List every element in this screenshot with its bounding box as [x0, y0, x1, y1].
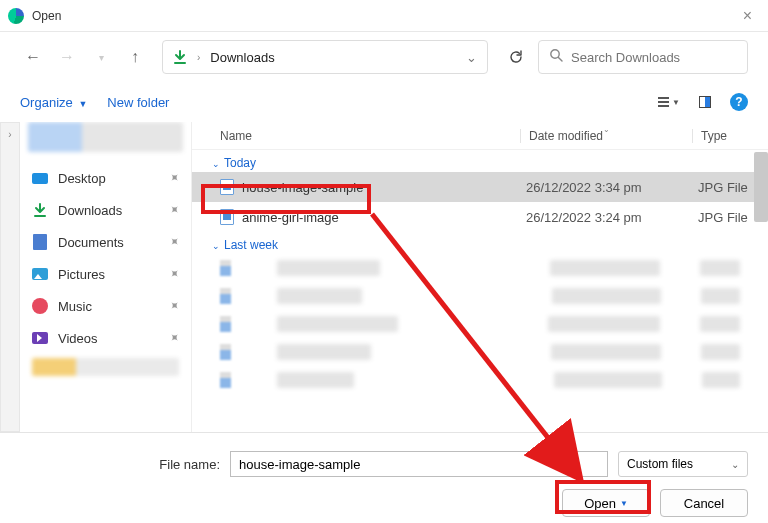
svg-line-4 — [372, 214, 575, 472]
annotation-arrow — [0, 0, 768, 523]
